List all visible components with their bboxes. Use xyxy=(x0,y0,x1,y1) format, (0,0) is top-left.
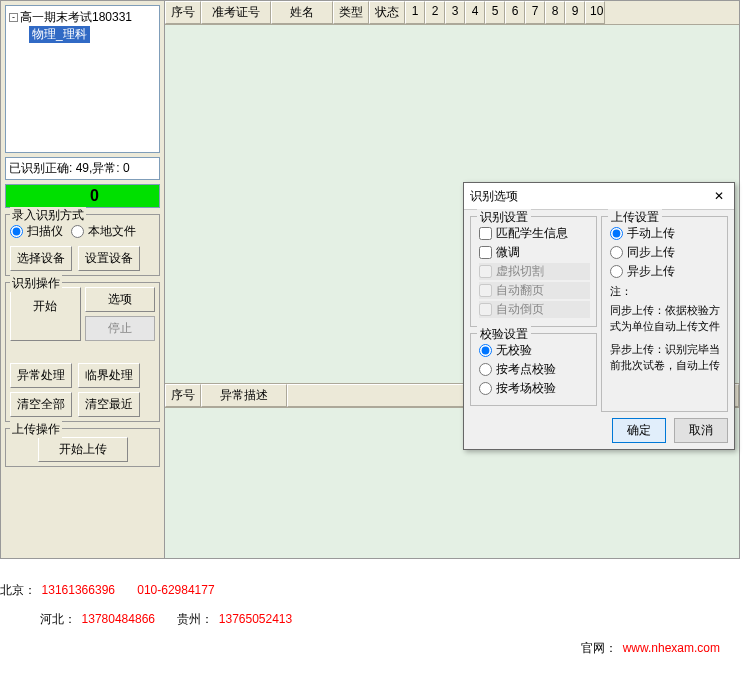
left-panel: - 高一期末考试180331 物理_理科 已识别正确: 49,异常: 0 0 录… xyxy=(1,1,165,558)
upload-settings-fieldset: 上传设置 手动上传 同步上传 异步上传 注： 同步上传：依据校验方式为单位自动上… xyxy=(601,216,728,412)
setup-device-button[interactable]: 设置设备 xyxy=(78,246,140,271)
start-upload-button[interactable]: 开始上传 xyxy=(38,437,128,462)
upload-note-sync: 同步上传：依据校验方式为单位自动上传文件 xyxy=(610,303,721,334)
radio-sync-label: 同步上传 xyxy=(627,244,675,261)
radio-async-label: 异步上传 xyxy=(627,263,675,280)
chk-virtual-cut: 虚拟切割 xyxy=(479,263,590,280)
verify-settings-legend: 校验设置 xyxy=(477,326,531,343)
radio-point-label: 按考点校验 xyxy=(496,361,556,378)
input-mode-legend: 录入识别方式 xyxy=(10,207,86,224)
bj-label: 北京： xyxy=(0,583,36,597)
radio-scanner[interactable]: 扫描仪 xyxy=(10,223,63,240)
main-table-header: 序号 准考证号 姓名 类型 状态 1 2 3 4 5 6 7 8 9 10 xyxy=(165,1,739,25)
stop-button: 停止 xyxy=(85,316,156,341)
tree-child-node[interactable]: 物理_理科 xyxy=(29,26,90,43)
dialog-titlebar[interactable]: 识别选项 ✕ xyxy=(464,183,734,210)
chk-auto-back: 自动倒页 xyxy=(479,301,590,318)
options-button[interactable]: 选项 xyxy=(85,287,156,312)
upload-settings-legend: 上传设置 xyxy=(608,209,662,226)
app-window: - 高一期末考试180331 物理_理科 已识别正确: 49,异常: 0 0 录… xyxy=(0,0,740,559)
upload-note-async: 异步上传：识别完毕当前批次试卷，自动上传 xyxy=(610,342,721,373)
chk-match-label: 匹配学生信息 xyxy=(496,225,568,242)
chk-fine-tune[interactable]: 微调 xyxy=(479,244,590,261)
col-type[interactable]: 类型 xyxy=(333,1,369,24)
recog-settings-legend: 识别设置 xyxy=(477,209,531,226)
hb-phone: 13780484866 xyxy=(82,612,155,626)
col-5[interactable]: 5 xyxy=(485,1,505,24)
tree-root-label: 高一期末考试180331 xyxy=(20,9,132,26)
chk-match-student[interactable]: 匹配学生信息 xyxy=(479,225,590,242)
col-10[interactable]: 10 xyxy=(585,1,605,24)
radio-manual-upload[interactable]: 手动上传 xyxy=(610,225,721,242)
col-7[interactable]: 7 xyxy=(525,1,545,24)
col-2[interactable]: 2 xyxy=(425,1,445,24)
radio-manual-label: 手动上传 xyxy=(627,225,675,242)
recognition-options-dialog: 识别选项 ✕ 识别设置 匹配学生信息 微调 虚拟切割 自动翻页 自动倒页 校验设… xyxy=(463,182,735,450)
exam-tree[interactable]: - 高一期末考试180331 物理_理科 xyxy=(5,5,160,153)
col-8[interactable]: 8 xyxy=(545,1,565,24)
col-state[interactable]: 状态 xyxy=(369,1,405,24)
close-icon[interactable]: ✕ xyxy=(710,187,728,205)
gz-label: 贵州： xyxy=(177,612,213,626)
tree-expander-icon[interactable]: - xyxy=(9,13,18,22)
start-button[interactable]: 开始 xyxy=(10,287,81,341)
bj-phone: 13161366396 xyxy=(42,583,115,597)
radio-site-label: 按考场校验 xyxy=(496,380,556,397)
radio-local-file[interactable]: 本地文件 xyxy=(71,223,136,240)
radio-async-upload[interactable]: 异步上传 xyxy=(610,263,721,280)
bj-tel: 010-62984177 xyxy=(137,583,214,597)
gz-phone: 13765052413 xyxy=(219,612,292,626)
radio-no-verify[interactable]: 无校验 xyxy=(479,342,590,359)
upload-note-label: 注： xyxy=(610,284,721,299)
chk-autoback-label: 自动倒页 xyxy=(496,301,544,318)
col-exam-no[interactable]: 准考证号 xyxy=(201,1,271,24)
upload-ops-legend: 上传操作 xyxy=(10,421,62,438)
lower-col-desc[interactable]: 异常描述 xyxy=(201,384,287,407)
col-name[interactable]: 姓名 xyxy=(271,1,333,24)
recognition-ops-fieldset: 识别操作 开始 选项 停止 异常处理 临界处理 清空全部 清空最近 xyxy=(5,282,160,422)
tree-root-node[interactable]: - 高一期末考试180331 xyxy=(9,9,156,26)
radio-verify-point[interactable]: 按考点校验 xyxy=(479,361,590,378)
chk-autopage-label: 自动翻页 xyxy=(496,282,544,299)
col-6[interactable]: 6 xyxy=(505,1,525,24)
counter-display: 0 xyxy=(5,184,160,208)
col-1[interactable]: 1 xyxy=(405,1,425,24)
radio-verify-site[interactable]: 按考场校验 xyxy=(479,380,590,397)
clear-recent-button[interactable]: 清空最近 xyxy=(78,392,140,417)
radio-scanner-label: 扫描仪 xyxy=(27,223,63,240)
site-url: www.nhexam.com xyxy=(623,641,720,655)
col-3[interactable]: 3 xyxy=(445,1,465,24)
col-9[interactable]: 9 xyxy=(565,1,585,24)
critical-handle-button[interactable]: 临界处理 xyxy=(78,363,140,388)
chk-auto-page: 自动翻页 xyxy=(479,282,590,299)
dialog-title-text: 识别选项 xyxy=(470,188,518,205)
recognition-status: 已识别正确: 49,异常: 0 xyxy=(5,157,160,180)
recog-settings-fieldset: 识别设置 匹配学生信息 微调 虚拟切割 自动翻页 自动倒页 xyxy=(470,216,597,327)
input-mode-fieldset: 录入识别方式 扫描仪 本地文件 选择设备 设置设备 xyxy=(5,214,160,276)
radio-local-label: 本地文件 xyxy=(88,223,136,240)
col-seq[interactable]: 序号 xyxy=(165,1,201,24)
verify-settings-fieldset: 校验设置 无校验 按考点校验 按考场校验 xyxy=(470,333,597,406)
hb-label: 河北： xyxy=(40,612,76,626)
col-4[interactable]: 4 xyxy=(465,1,485,24)
cancel-button[interactable]: 取消 xyxy=(674,418,728,443)
chk-fine-label: 微调 xyxy=(496,244,520,261)
ok-button[interactable]: 确定 xyxy=(612,418,666,443)
clear-all-button[interactable]: 清空全部 xyxy=(10,392,72,417)
radio-sync-upload[interactable]: 同步上传 xyxy=(610,244,721,261)
chk-vcut-label: 虚拟切割 xyxy=(496,263,544,280)
lower-col-seq[interactable]: 序号 xyxy=(165,384,201,407)
site-label: 官网： xyxy=(581,641,617,655)
radio-no-verify-label: 无校验 xyxy=(496,342,532,359)
abnormal-handle-button[interactable]: 异常处理 xyxy=(10,363,72,388)
recognition-ops-legend: 识别操作 xyxy=(10,275,62,292)
contact-info: 北京： 13161366396 010-62984177 河北： 1378048… xyxy=(0,570,750,663)
upload-ops-fieldset: 上传操作 开始上传 xyxy=(5,428,160,467)
select-device-button[interactable]: 选择设备 xyxy=(10,246,72,271)
